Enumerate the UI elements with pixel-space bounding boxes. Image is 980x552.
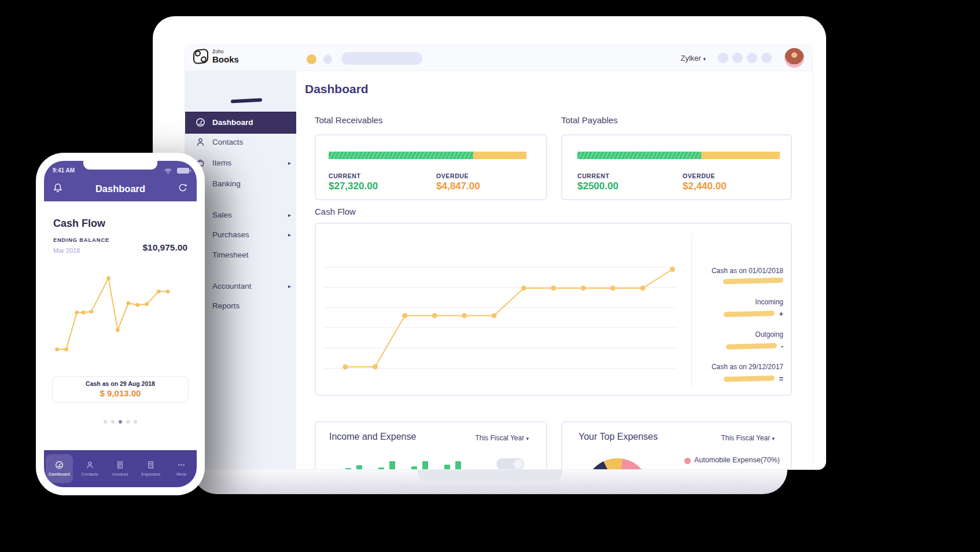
nav-item-expenses[interactable]: Expenses <box>137 454 164 483</box>
legend-color-dot <box>684 458 691 464</box>
sidebar-item-label: Banking <box>212 179 241 188</box>
top-expenses-pie-chart <box>585 458 650 470</box>
legend-label: Outgoing <box>695 330 783 338</box>
wifi-icon <box>164 168 172 174</box>
topbar-icon-placeholder[interactable] <box>761 53 772 63</box>
carousel-dot[interactable] <box>104 420 107 424</box>
receivables-overdue-label: OVERDUE <box>436 172 469 179</box>
logo-zoho-label: Zoho <box>212 49 239 54</box>
nav-item-label: Contacts <box>81 472 98 477</box>
bar <box>389 461 395 470</box>
user-avatar[interactable] <box>784 48 804 68</box>
cash-as-on-label: Cash as on 29 Aug 2018 <box>53 380 188 387</box>
topbar-right-cluster: Zylker ▾ <box>680 45 804 71</box>
receivables-current-label: CURRENT <box>329 172 361 179</box>
topbar-yellow-dot <box>307 54 316 64</box>
zoho-books-app-window: Zoho Books Zylker ▾ DashboardContactsIte… <box>185 45 813 470</box>
nav-item-contacts[interactable]: Contacts <box>76 454 104 483</box>
receivables-progress-bar <box>329 152 526 159</box>
dashboard-icon <box>196 117 205 127</box>
refresh-icon[interactable] <box>177 182 189 194</box>
laptop-hinge-notch <box>418 470 562 481</box>
payables-current-label: CURRENT <box>577 172 610 179</box>
nav-item-dashboard[interactable]: Dashboard <box>46 454 73 483</box>
cash-as-on-value: $ 9,013.00 <box>53 388 188 398</box>
expenses-icon <box>146 461 155 469</box>
org-dropdown[interactable]: Zylker ▾ <box>680 54 706 62</box>
payables-current-value: $2500.00 <box>577 181 618 192</box>
legend-label: Cash as on 29/12/2017 <box>695 363 783 371</box>
cashflow-legend: Cash as on 01/01/2018Incoming+Outgoing-C… <box>695 224 783 395</box>
chevron-right-icon: ▸ <box>288 283 291 289</box>
payables-section-title: Total Payables <box>561 115 618 125</box>
sidebar-item-label: Items <box>212 159 231 167</box>
legend-label: Incoming <box>695 298 783 306</box>
carousel-dot[interactable] <box>134 420 137 424</box>
phone-cashflow-title: Cash Flow <box>53 218 105 230</box>
sidebar-item-dashboard[interactable]: Dashboard <box>185 113 296 133</box>
phone-notch <box>83 161 157 170</box>
sidebar-item-label: Timesheet <box>212 251 249 259</box>
carousel-dots[interactable] <box>44 420 197 424</box>
chevron-down-icon: ▾ <box>703 56 706 62</box>
zoho-books-logo-icon <box>193 49 208 65</box>
cash-as-on-box: Cash as on 29 Aug 2018 $ 9,013.00 <box>52 376 189 403</box>
sidebar-item-label: Purchases <box>212 230 249 239</box>
cashflow-legend-row: Cash as on 01/01/2018 <box>695 267 783 284</box>
legend-operator: = <box>779 374 783 383</box>
ending-balance-label: ENDING BALANCE <box>53 237 109 243</box>
search-bar-placeholder[interactable] <box>341 52 422 65</box>
phone-bottom-nav: DashboardContactsInvoicesExpensesMore <box>44 450 197 487</box>
zoho-books-logo[interactable]: Zoho Books <box>193 49 239 64</box>
chevron-right-icon: ▸ <box>288 212 291 218</box>
chevron-right-icon: ▸ <box>288 160 291 166</box>
cashflow-card: Cash as on 01/01/2018Incoming+Outgoing-C… <box>315 223 792 396</box>
topbar-icon-placeholder[interactable] <box>732 53 743 63</box>
logo-books-label: Books <box>212 55 239 64</box>
chevron-right-icon: ▸ <box>288 231 291 238</box>
cashflow-section-title: Cash Flow <box>315 207 356 216</box>
sidebar-item-label: Sales <box>212 211 232 219</box>
bar <box>444 465 450 470</box>
receivables-overdue-value: $4,847.00 <box>436 181 480 192</box>
top-expenses-legend-label: Automobile Expense(70%) <box>694 456 780 464</box>
bar <box>411 466 417 470</box>
carousel-dot[interactable] <box>126 420 130 424</box>
topbar-icon-placeholder[interactable] <box>747 53 757 63</box>
chart-toggle[interactable] <box>496 458 524 470</box>
bar <box>345 468 351 470</box>
top-expenses-card: Your Top Expenses This Fiscal Year ▾ Aut… <box>561 421 792 470</box>
cashflow-legend-row: Outgoing- <box>695 330 783 351</box>
receivables-section-title: Total Receivables <box>315 115 383 125</box>
payables-progress-bar <box>577 152 780 159</box>
carousel-dot[interactable] <box>119 420 122 424</box>
legend-operator: + <box>779 310 783 318</box>
phone-mockup: 9:41 AM Dashboard Cash Flow ENDING BALAN… <box>36 153 205 495</box>
bar <box>422 461 428 470</box>
fiscal-year-filter[interactable]: This Fiscal Year ▾ <box>721 434 775 442</box>
contacts-icon <box>196 137 205 147</box>
sidebar-item-label: Contacts <box>212 138 243 146</box>
cashflow-legend-row: Incoming+ <box>695 298 783 318</box>
nav-item-invoices[interactable]: Invoices <box>107 454 134 483</box>
bar <box>378 468 384 470</box>
redacted-value-scribble <box>726 343 777 349</box>
nav-item-more[interactable]: More <box>168 454 195 483</box>
invoices-icon <box>116 461 124 469</box>
nav-item-label: Invoices <box>112 472 128 477</box>
more-icon <box>177 461 186 469</box>
ending-balance-value: $10,975.00 <box>142 242 187 253</box>
phone-cashflow-chart <box>54 263 186 360</box>
redacted-value-scribble <box>724 311 775 317</box>
topbar-gray-dot <box>323 55 332 64</box>
topbar-icon-placeholder[interactable] <box>718 53 728 63</box>
sidebar-item-label: Dashboard <box>212 118 253 127</box>
phone-header: 9:41 AM Dashboard <box>44 161 197 201</box>
total-receivables-card: CURRENT $27,320.00 OVERDUE $4,847.00 <box>315 134 547 200</box>
carousel-dot[interactable] <box>111 420 115 424</box>
dashboard-icon <box>55 461 64 469</box>
sidebar-item-contacts[interactable]: Contacts <box>185 133 296 152</box>
payables-overdue-value: $2,440.00 <box>683 181 727 192</box>
status-time: 9:41 AM <box>53 167 75 174</box>
sidebar-item-label: Accountant <box>212 282 252 290</box>
